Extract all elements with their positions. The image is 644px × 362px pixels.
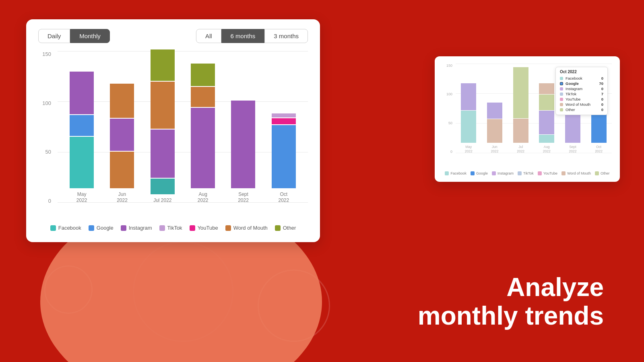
y-label-150: 150 xyxy=(42,51,51,57)
legend-dot-tiktok xyxy=(159,225,165,231)
tooltip-row-facebook: Facebook 0 xyxy=(560,76,603,81)
tooltip-row-tiktok: TikTok 7 xyxy=(560,91,603,97)
tooltip-row-instagram: Instagram 0 xyxy=(560,86,603,91)
tooltip-row-other: Other 0 xyxy=(560,107,603,112)
legend-dot-other xyxy=(275,225,281,231)
legend-other: Other xyxy=(275,225,296,231)
bar-google-oct xyxy=(272,125,296,188)
legend-dot-google xyxy=(89,225,94,231)
main-chart: 150 100 50 0 May2022 xyxy=(38,51,308,220)
mini-legend-wom: Word of Mouth xyxy=(561,171,591,175)
bar-youtube-oct xyxy=(272,118,296,125)
legend-youtube: YouTube xyxy=(190,225,218,231)
bar-jun2022: Jun2022 xyxy=(102,84,142,204)
bar-stack-jul xyxy=(151,49,175,194)
bar-oct2022: Oct2022 xyxy=(264,113,304,204)
analyze-line1: Analyze xyxy=(418,273,604,301)
legend-dot-instagram xyxy=(121,225,126,231)
bar-other-aug xyxy=(191,64,215,86)
tooltip-row-google: Google 70 xyxy=(560,81,603,86)
bar-label-may: May2022 xyxy=(76,191,87,204)
y-label-50: 50 xyxy=(45,149,51,155)
bar-wom-jul xyxy=(151,82,175,129)
bar-wom2-jun xyxy=(110,84,134,118)
mini-legend: Facebook Google Instagram TikTok YouTube… xyxy=(443,171,612,175)
monthly-button[interactable]: Monthly xyxy=(70,29,110,43)
mini-y-axis: 150 100 50 0 xyxy=(443,64,454,154)
bar-stack-oct xyxy=(272,113,296,188)
mini-bar-label-jul: Jul2022 xyxy=(517,145,524,154)
legend-wom: Word of Mouth xyxy=(225,225,268,231)
bar-instagram-may xyxy=(70,72,94,115)
mini-bar-label-may: May2022 xyxy=(465,145,473,154)
bars-area: May2022 Jun2022 xyxy=(58,51,308,204)
legend-label-instagram: Instagram xyxy=(129,225,152,231)
bar-jul2022: Jul 2022 xyxy=(142,49,183,204)
mini-bar-label-jun: Jun2022 xyxy=(491,145,499,154)
legend-facebook: Facebook xyxy=(50,225,81,231)
bar-stack-jun xyxy=(110,84,134,188)
legend-instagram: Instagram xyxy=(121,225,152,231)
bar-google-may xyxy=(70,115,94,136)
mini-y-50: 50 xyxy=(448,121,452,125)
view-toggle: Daily Monthly xyxy=(38,29,110,43)
analyze-text-block: Analyze monthly trends xyxy=(418,273,604,330)
bar-sept2022: Sept2022 xyxy=(223,101,263,204)
legend-label-tiktok: TikTok xyxy=(167,225,182,231)
tooltip-row-youtube: YouTube 0 xyxy=(560,97,603,102)
bar-facebook-may xyxy=(70,137,94,188)
bar-instagram-jun xyxy=(110,119,134,150)
mini-tooltip: Oct 2022 Facebook 0 Google 70 Instagram … xyxy=(555,67,608,115)
legend-dot-facebook xyxy=(50,225,56,231)
tooltip-title: Oct 2022 xyxy=(560,70,603,74)
bar-tiktok-oct xyxy=(272,113,296,117)
mini-y-0: 0 xyxy=(450,150,452,154)
mini-bar-label-sept: Sept2022 xyxy=(569,145,576,154)
bar-wom-jun xyxy=(110,152,134,188)
bar-label-jul: Jul 2022 xyxy=(153,197,171,204)
bar-wom-aug xyxy=(191,87,215,107)
main-chart-card: Daily Monthly All 6 months 3 months 150 … xyxy=(26,19,320,242)
legend-label-other: Other xyxy=(283,225,296,231)
bar-facebook-jul xyxy=(151,179,175,195)
analyze-line2: monthly trends xyxy=(418,302,604,330)
legend-dot-youtube xyxy=(190,225,195,231)
bar-label-aug: Aug2022 xyxy=(198,191,208,204)
bar-stack-aug xyxy=(191,64,215,188)
bar-stack-may xyxy=(70,72,94,188)
mini-bar-may: May2022 xyxy=(461,83,476,154)
mini-chart-card: 150 100 50 0 May2022 xyxy=(435,56,620,182)
legend-label-youtube: YouTube xyxy=(198,225,218,231)
mini-bar-label-oct: Oct2022 xyxy=(595,145,603,154)
tooltip-row-wom: Word of Mouth 0 xyxy=(560,102,603,107)
legend-google: Google xyxy=(89,225,114,231)
bar-other-jul xyxy=(151,49,175,81)
mini-chart: 150 100 50 0 May2022 xyxy=(443,64,612,168)
mini-legend-instagram: Instagram xyxy=(492,171,514,175)
y-axis: 150 100 50 0 xyxy=(38,51,54,204)
mini-bar-jul: Jul2022 xyxy=(513,67,528,154)
mini-legend-google: Google xyxy=(471,171,488,175)
bar-label-oct: Oct2022 xyxy=(278,191,289,204)
filter-6months-button[interactable]: 6 months xyxy=(221,29,265,43)
mini-bar-label-aug: Aug2022 xyxy=(543,145,551,154)
daily-button[interactable]: Daily xyxy=(38,29,70,43)
legend-tiktok: TikTok xyxy=(159,225,182,231)
mini-bar-aug: Aug2022 xyxy=(539,83,554,154)
mini-bar-jun: Jun2022 xyxy=(487,103,502,154)
mini-legend-other: Other xyxy=(595,171,610,175)
bar-aug2022: Aug2022 xyxy=(183,64,223,204)
filter-3months-button[interactable]: 3 months xyxy=(264,29,308,43)
controls-row: Daily Monthly All 6 months 3 months xyxy=(38,29,308,43)
legend-dot-wom xyxy=(225,225,231,231)
chart-legend: Facebook Google Instagram TikTok YouTube… xyxy=(38,225,308,231)
mini-legend-youtube: YouTube xyxy=(538,171,557,175)
bar-label-sept: Sept2022 xyxy=(238,191,249,204)
bar-instagram-aug xyxy=(191,108,215,188)
bar-instagram-sept xyxy=(231,101,255,188)
mini-y-150: 150 xyxy=(446,64,452,68)
y-label-0: 0 xyxy=(48,198,51,204)
bar-may2022: May2022 xyxy=(62,72,102,204)
bar-instagram-jul xyxy=(151,130,175,177)
filter-all-button[interactable]: All xyxy=(196,29,221,43)
